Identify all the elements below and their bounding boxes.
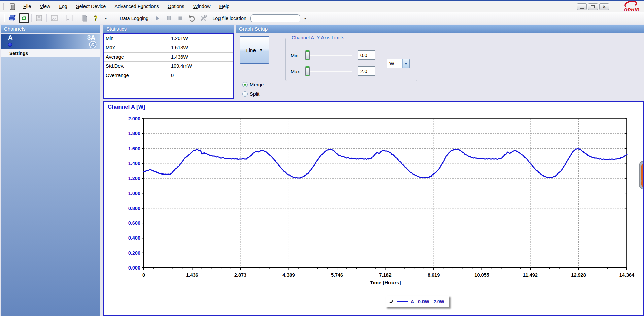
menu-advanced-functions[interactable]: Advanced Functions xyxy=(110,1,163,12)
plot-area: 0.0000.2000.4000.6000.8001.0001.2001.400… xyxy=(104,102,644,290)
undo-icon[interactable] xyxy=(187,13,197,23)
svg-text:0: 0 xyxy=(142,272,145,278)
menu-select-device[interactable]: Select Device xyxy=(72,1,110,12)
split-radio-option[interactable]: Split xyxy=(242,91,259,97)
min-slider-track xyxy=(309,55,352,56)
stat-row-min: Min1.201W xyxy=(104,34,233,43)
window-controls: × xyxy=(577,3,609,10)
svg-text:1.000: 1.000 xyxy=(128,191,140,196)
svg-text:1.600: 1.600 xyxy=(128,146,140,151)
stat-row-max: Max1.613W xyxy=(104,43,233,52)
step-function-icon[interactable] xyxy=(64,13,74,23)
merge-label: Merge xyxy=(250,82,264,87)
max-slider-thumb[interactable] xyxy=(305,66,310,76)
device-print-icon[interactable] xyxy=(7,13,18,23)
app-grid-icon xyxy=(9,3,16,10)
legend-line xyxy=(397,301,408,302)
brand-text: OPHIR xyxy=(624,7,640,12)
starlab-window: FileViewLogSelect DeviceAdvanced Functio… xyxy=(0,0,644,316)
graph-setup-header: Graph Setup xyxy=(236,25,644,33)
svg-text:10.055: 10.055 xyxy=(474,272,489,278)
log-file-dropdown-chevron[interactable]: ▾ xyxy=(304,17,306,20)
thermometer-icon[interactable] xyxy=(637,160,644,191)
stat-value: 1.436W xyxy=(168,53,233,61)
help-icon[interactable]: ? xyxy=(91,13,101,23)
stop-icon[interactable] xyxy=(175,13,185,23)
line-type-dropdown[interactable]: Line ▼ xyxy=(240,36,269,64)
restore-icon xyxy=(591,5,595,8)
stat-value: 109.4mW xyxy=(168,62,233,70)
minimize-icon xyxy=(580,8,584,9)
merge-radio-option[interactable]: Merge xyxy=(242,82,264,87)
save-icon[interactable] xyxy=(34,13,44,23)
min-label: Min xyxy=(291,53,298,58)
toolbar-options-chevron[interactable]: ▾ xyxy=(105,17,107,20)
pause-icon[interactable] xyxy=(164,13,174,23)
menubar-grip[interactable] xyxy=(3,3,5,10)
dropdown-arrow-icon: ▼ xyxy=(259,48,263,52)
svg-text:0.600: 0.600 xyxy=(128,220,140,226)
menu-options[interactable]: Options xyxy=(163,1,189,12)
max-label: Max xyxy=(291,69,300,74)
statistics-table: Min1.201WMax1.613WAverage1.436WStd.Dev.1… xyxy=(103,33,234,99)
log-file-location-input[interactable] xyxy=(250,14,300,22)
channel-name-label: A xyxy=(8,34,13,41)
log-page-icon[interactable] xyxy=(79,13,90,23)
play-icon[interactable] xyxy=(152,13,163,23)
menu-file[interactable]: File xyxy=(19,1,35,12)
min-value-input[interactable] xyxy=(358,50,375,60)
chart-window-icon[interactable] xyxy=(49,13,59,23)
collapse-chevron-icon[interactable] xyxy=(89,41,97,49)
stat-label: Std.Dev. xyxy=(104,62,168,70)
restore-button[interactable] xyxy=(588,3,598,10)
stat-value: 1.201W xyxy=(168,34,233,43)
channel-a-card[interactable]: A 3A xyxy=(1,34,100,49)
svg-text:8.619: 8.619 xyxy=(428,272,440,278)
data-logging-label: Data Logging xyxy=(120,15,148,21)
tools-icon[interactable] xyxy=(198,13,208,23)
statistics-panel: Statistics Min1.201WMax1.613WAverage1.43… xyxy=(103,25,234,99)
toolbar-grip-2[interactable] xyxy=(112,14,114,22)
stat-label: Overrange xyxy=(104,71,168,80)
stat-value: 0 xyxy=(168,71,233,80)
svg-text:2.873: 2.873 xyxy=(234,272,246,278)
minimize-button[interactable] xyxy=(577,3,587,10)
y-axis-limits-title: Channel A: Y Axis Limits xyxy=(290,35,346,40)
svg-text:12.928: 12.928 xyxy=(571,272,586,278)
max-value-input[interactable] xyxy=(358,66,375,76)
menu-bar: FileViewLogSelect DeviceAdvanced Functio… xyxy=(0,1,644,12)
menu-view[interactable]: View xyxy=(35,1,55,12)
min-slider-thumb[interactable] xyxy=(305,50,310,60)
svg-text:Time [Hours]: Time [Hours] xyxy=(370,280,401,285)
svg-text:0.400: 0.400 xyxy=(128,235,140,241)
legend-checkbox[interactable] xyxy=(389,299,394,304)
stat-label: Max xyxy=(104,43,168,52)
menu-log[interactable]: Log xyxy=(55,1,72,12)
stat-label: Average xyxy=(104,53,168,61)
svg-text:2.000: 2.000 xyxy=(128,116,140,121)
svg-text:14.364: 14.364 xyxy=(619,272,634,278)
refresh-icon[interactable] xyxy=(19,13,29,23)
sidebar-item-settings[interactable]: Settings xyxy=(1,49,100,57)
channel-color-indicator xyxy=(8,43,12,47)
min-slider[interactable] xyxy=(305,50,352,60)
svg-text:0.000: 0.000 xyxy=(128,265,140,271)
svg-text:1.400: 1.400 xyxy=(128,161,140,166)
unit-value: W xyxy=(387,59,402,68)
stat-value: 1.613W xyxy=(168,43,233,52)
menu-window[interactable]: Window xyxy=(189,1,215,12)
split-radio[interactable] xyxy=(242,91,248,97)
close-button[interactable]: × xyxy=(599,3,609,10)
svg-text:0.200: 0.200 xyxy=(128,250,140,256)
combo-arrow-icon: ▼ xyxy=(402,59,409,68)
menu-items: FileViewLogSelect DeviceAdvanced Functio… xyxy=(19,1,234,12)
svg-text:5.746: 5.746 xyxy=(331,272,343,278)
merge-radio[interactable] xyxy=(242,82,248,87)
toolbar-grip[interactable] xyxy=(3,14,5,22)
log-file-location-label: Log file location xyxy=(212,15,246,21)
ophir-logo: OPHIR xyxy=(618,1,644,12)
unit-combobox[interactable]: W ▼ xyxy=(387,59,410,68)
svg-text:1.800: 1.800 xyxy=(128,131,140,136)
max-slider[interactable] xyxy=(305,66,352,76)
menu-help[interactable]: Help xyxy=(215,1,234,12)
